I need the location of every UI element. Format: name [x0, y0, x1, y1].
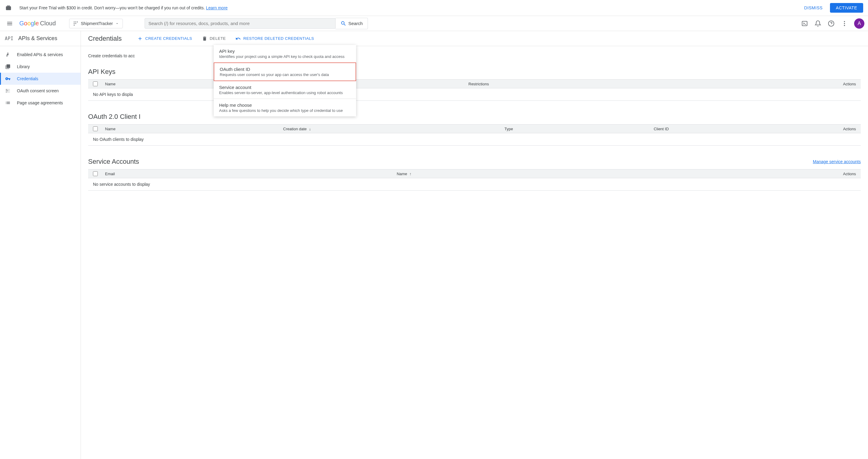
sidebar-item-credentials[interactable]: Credentials: [0, 73, 81, 85]
svg-point-8: [844, 21, 845, 22]
section-title: OAuth 2.0 Client I: [88, 113, 141, 121]
empty-row: No service accounts to display: [88, 178, 861, 191]
select-all-checkbox[interactable]: [93, 171, 98, 176]
search-container: Search: [145, 18, 368, 29]
search-box[interactable]: [145, 18, 336, 29]
page-title: Credentials: [88, 35, 122, 42]
sidebar-header: API APIs & Services: [0, 31, 81, 46]
plus-icon: [137, 36, 143, 41]
svg-point-10: [844, 25, 845, 26]
svg-point-4: [75, 23, 76, 24]
user-avatar[interactable]: A: [854, 19, 864, 29]
menu-item-desc: Requests user consent so your app can ac…: [220, 72, 350, 77]
col-email[interactable]: Email: [105, 172, 392, 176]
api-keys-table-header: Name Restrictions Actions: [88, 79, 861, 88]
app-header: Google Cloud ShipmentTracker Search A: [0, 16, 868, 31]
manage-service-accounts-link[interactable]: Manage service accounts: [813, 159, 861, 164]
key-icon: [5, 76, 11, 82]
enabled-apis-icon: [5, 52, 11, 58]
service-accounts-section: Service Accounts Manage service accounts…: [88, 158, 861, 191]
oauth-section: OAuth 2.0 Client I Name Creation date ↓ …: [88, 113, 861, 146]
sidebar-item-oauth-consent[interactable]: OAuth consent screen: [0, 85, 81, 97]
bell-icon: [814, 20, 821, 27]
chevron-down-icon: [115, 22, 119, 25]
select-all-checkbox[interactable]: [93, 126, 98, 131]
menu-item-title: Help me choose: [219, 102, 351, 108]
sidebar-item-library[interactable]: Library: [0, 61, 81, 73]
project-selector[interactable]: ShipmentTracker: [69, 19, 123, 28]
sidebar-title: APIs & Services: [19, 35, 57, 42]
menu-item-title: OAuth client ID: [220, 67, 350, 72]
menu-icon: [6, 20, 13, 27]
arrow-up-icon: ↑: [409, 172, 412, 176]
search-input[interactable]: [149, 21, 332, 26]
sidebar-item-label: Enabled APIs & services: [17, 52, 63, 57]
oauth-table-header: Name Creation date ↓ Type Client ID Acti…: [88, 124, 861, 133]
menu-item-title: Service account: [219, 85, 351, 90]
create-credentials-button[interactable]: CREATE CREDENTIALS: [136, 33, 193, 44]
empty-row: No OAuth clients to display: [88, 133, 861, 146]
menu-item-service-account[interactable]: Service account Enables server-to-server…: [214, 81, 356, 99]
banner-text: Start your Free Trial with $300 in credi…: [19, 5, 800, 10]
sidebar-item-label: Library: [17, 64, 30, 69]
svg-point-5: [74, 25, 74, 25]
svg-point-3: [74, 23, 74, 24]
menu-item-help-choose[interactable]: Help me choose Asks a few questions to h…: [214, 99, 356, 117]
dismiss-button[interactable]: DISMISS: [800, 3, 828, 13]
intro-text: Create credentials to acc: [88, 54, 861, 58]
empty-row: No API keys to displa: [88, 88, 861, 101]
learn-more-link[interactable]: Learn more: [206, 5, 228, 10]
delete-button[interactable]: DELETE: [201, 33, 227, 44]
restore-icon: [236, 36, 241, 41]
col-actions: Actions: [832, 127, 856, 131]
service-table-header: Email Name ↑ Actions: [88, 169, 861, 178]
api-keys-section: API Keys Name Restrictions Actions No AP…: [88, 68, 861, 101]
sidebar-item-label: OAuth consent screen: [17, 88, 59, 93]
menu-item-desc: Enables server-to-server, app-level auth…: [219, 91, 351, 95]
col-restrictions[interactable]: Restrictions: [468, 82, 827, 86]
arrow-down-icon: ↓: [309, 127, 311, 131]
menu-item-oauth-client-id[interactable]: OAuth client ID Requests user consent so…: [214, 62, 356, 81]
create-credentials-dropdown: API key Identifies your project using a …: [214, 45, 356, 117]
help-button[interactable]: [825, 18, 837, 30]
google-cloud-logo[interactable]: Google Cloud: [19, 20, 56, 27]
gift-icon: [5, 4, 12, 11]
sidebar-item-enabled-apis[interactable]: Enabled APIs & services: [0, 48, 81, 61]
notifications-button[interactable]: [812, 18, 824, 30]
col-actions: Actions: [832, 172, 856, 176]
col-name[interactable]: Name ↑: [397, 172, 827, 176]
cloud-shell-button[interactable]: [799, 18, 811, 30]
hamburger-menu-button[interactable]: [4, 18, 16, 30]
trial-banner: Start your Free Trial with $300 in credi…: [0, 0, 868, 16]
col-type[interactable]: Type: [505, 127, 649, 131]
more-vert-icon: [841, 20, 848, 27]
menu-item-api-key[interactable]: API key Identifies your project using a …: [214, 45, 356, 62]
more-button[interactable]: [838, 18, 850, 30]
col-creation-date[interactable]: Creation date ↓: [283, 127, 500, 131]
agreements-icon: [5, 100, 11, 106]
sidebar-item-agreements[interactable]: Page usage agreements: [0, 97, 81, 109]
svg-point-9: [844, 23, 845, 24]
restore-button[interactable]: RESTORE DELETED CREDENTIALS: [234, 33, 315, 44]
menu-item-desc: Asks a few questions to help you decide …: [219, 108, 351, 113]
help-icon: [828, 20, 835, 27]
menu-item-desc: Identifies your project using a simple A…: [219, 54, 351, 59]
svg-point-11: [7, 54, 9, 56]
sidebar-item-label: Credentials: [17, 76, 38, 81]
menu-item-title: API key: [219, 48, 351, 54]
page-header: Credentials CREATE CREDENTIALS DELETE RE…: [81, 31, 868, 46]
select-all-checkbox[interactable]: [93, 81, 98, 86]
project-icon: [73, 21, 79, 26]
library-icon: [5, 64, 11, 70]
svg-point-0: [74, 22, 74, 22]
activate-button[interactable]: ACTIVATE: [830, 3, 863, 13]
section-title: API Keys: [88, 68, 115, 76]
search-icon: [340, 21, 346, 27]
sidebar-item-label: Page usage agreements: [17, 100, 63, 105]
col-client-id[interactable]: Client ID: [654, 127, 827, 131]
search-button[interactable]: Search: [336, 18, 368, 29]
col-name[interactable]: Name: [105, 127, 278, 131]
api-badge: API: [5, 36, 13, 41]
svg-point-1: [75, 22, 76, 22]
main-content: Credentials CREATE CREDENTIALS DELETE RE…: [81, 31, 868, 459]
